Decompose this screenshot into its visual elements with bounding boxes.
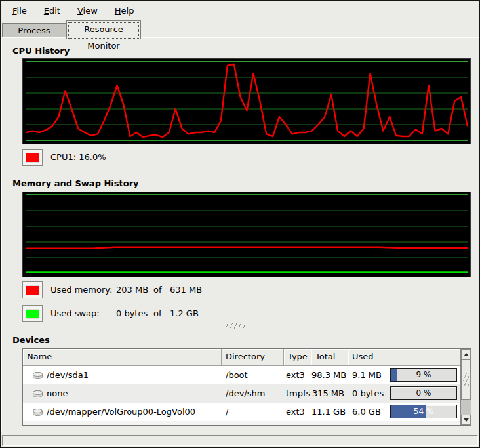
device-directory: / [222, 403, 284, 421]
memory-swap-history-label: Memory and Swap History [12, 178, 139, 188]
device-directory: /dev/shm [222, 384, 284, 403]
memory-legend-label: Used memory: [50, 285, 112, 295]
device-total: 315 MB [311, 384, 348, 403]
progressbar-percent-label: 54 % [391, 405, 456, 418]
devices-table: Name Directory Type Total Used /dev/sda1… [22, 348, 471, 426]
scroll-down-button[interactable] [461, 415, 471, 425]
cpu-history-label: CPU History [12, 46, 70, 56]
swap-used-value: 0 bytes [116, 308, 148, 318]
arrow-up-icon [464, 353, 469, 356]
memory-color-swatch [26, 285, 39, 295]
device-row[interactable]: none /dev/shm tmpfs 315 MB 0 bytes 0 % [23, 384, 471, 403]
column-header-type[interactable]: Type [284, 349, 311, 366]
device-type: tmpfs [284, 384, 311, 403]
device-type: ext3 [284, 366, 311, 384]
swap-total-value: 1.2 GB [170, 308, 199, 318]
column-header-name[interactable]: Name [23, 349, 222, 366]
system-monitor-window: File Edit View Help Process Listing Reso… [0, 0, 480, 448]
device-name: none [47, 384, 68, 403]
menu-file[interactable]: File [4, 3, 35, 19]
devices-label: Devices [12, 335, 50, 345]
scrollbar-grip-icon [463, 373, 469, 387]
menu-view[interactable]: View [69, 3, 106, 19]
disk-icon [32, 408, 43, 417]
device-type: ext3 [284, 403, 311, 421]
tab-resource-monitor[interactable]: Resource Monitor [66, 20, 141, 39]
devices-table-body: /dev/sda1 /boot ext3 98.3 MB 9.1 MB 9 % … [23, 366, 471, 421]
menu-help[interactable]: Help [106, 3, 143, 19]
device-total: 98.3 MB [311, 366, 348, 384]
memory-color-swatch-button[interactable] [22, 281, 43, 298]
column-header-used[interactable]: Used [348, 349, 460, 366]
disk-icon [32, 371, 43, 380]
pane-resize-grip[interactable] [224, 323, 245, 329]
swap-color-swatch-button[interactable] [22, 305, 43, 322]
cpu-history-plot [26, 61, 468, 141]
memory-swap-graph [22, 192, 471, 277]
device-used: 0 bytes [352, 388, 384, 398]
cpu-history-graph [22, 58, 471, 144]
resource-monitor-panel: CPU History CPU1: 16.0% Memory and Swap … [1, 37, 479, 432]
memory-legend-row: Used memory: 203 MB of 631 MB [2, 281, 479, 298]
device-usage-progressbar: 9 % [390, 368, 457, 382]
status-bar [2, 435, 478, 446]
column-header-total[interactable]: Total [311, 349, 348, 366]
swap-legend-label: Used swap: [50, 308, 100, 318]
swap-legend-row: Used swap: 0 bytes of 1.2 GB [2, 305, 479, 322]
column-header-directory[interactable]: Directory [222, 349, 284, 366]
scroll-up-button[interactable] [461, 349, 471, 359]
menu-edit[interactable]: Edit [35, 3, 69, 19]
device-used: 6.0 GB [352, 407, 381, 417]
device-name: /dev/mapper/VolGroup00-LogVol00 [47, 403, 195, 421]
device-used: 9.1 MB [352, 370, 382, 380]
memory-of-text: of [153, 285, 162, 295]
device-usage-progressbar: 54 % [390, 405, 457, 418]
cpu-color-swatch [26, 153, 39, 163]
memory-total-value: 631 MB [170, 285, 202, 295]
device-name: /dev/sda1 [47, 366, 89, 384]
device-row[interactable]: /dev/sda1 /boot ext3 98.3 MB 9.1 MB 9 % [23, 366, 471, 384]
swap-of-text: of [153, 308, 162, 318]
progressbar-percent-label: 9 % [391, 369, 456, 381]
swap-color-swatch [26, 309, 39, 319]
cpu-color-swatch-button[interactable] [22, 149, 43, 166]
device-row[interactable]: /dev/mapper/VolGroup00-LogVol00 / ext3 1… [23, 403, 471, 421]
devices-table-filler [23, 421, 471, 425]
devices-vertical-scrollbar[interactable] [460, 349, 471, 425]
device-usage-progressbar: 0 % [390, 386, 457, 400]
scrollbar-thumb[interactable] [461, 359, 471, 400]
tab-process-listing[interactable]: Process Listing [2, 23, 66, 38]
memory-swap-plot [26, 194, 468, 274]
arrow-down-icon [464, 418, 469, 422]
progressbar-percent-label: 0 % [391, 387, 456, 399]
menubar: File Edit View Help [1, 1, 479, 20]
disk-icon [32, 390, 43, 398]
cpu-legend-row: CPU1: 16.0% [2, 149, 479, 166]
devices-table-header: Name Directory Type Total Used [23, 349, 471, 366]
cpu-legend-label: CPU1: 16.0% [50, 152, 106, 162]
device-total: 11.1 GB [311, 403, 348, 421]
device-directory: /boot [222, 366, 284, 384]
memory-used-value: 203 MB [116, 285, 148, 295]
